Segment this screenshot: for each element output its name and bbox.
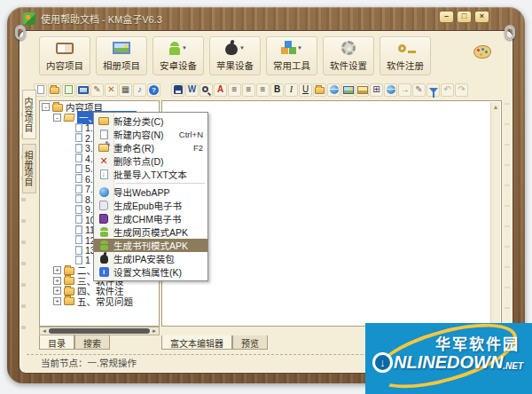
scroll-left-icon[interactable]: ◄ xyxy=(42,328,47,334)
menu-item[interactable]: 重命名(R)F2 xyxy=(94,141,207,154)
hyperlink-icon-shape xyxy=(330,85,339,94)
underline-icon[interactable]: U xyxy=(299,83,312,97)
redo-icon[interactable]: ↷ xyxy=(455,83,468,97)
save-icon[interactable] xyxy=(171,83,184,97)
collapse-icon[interactable]: - xyxy=(53,114,61,122)
menu-item[interactable]: 导出WebAPP xyxy=(94,185,207,199)
editor-tab-richtext[interactable]: 富文本编辑器 xyxy=(161,335,232,350)
menu-item[interactable]: 生成书刊模式APK xyxy=(94,239,207,252)
album-project-button[interactable]: 相册项目 xyxy=(96,36,147,75)
device-preview-icon[interactable] xyxy=(76,83,90,97)
tools-icon[interactable]: ✕ xyxy=(105,83,118,97)
tree-tab-directory[interactable]: 目录 xyxy=(39,335,74,350)
close-button[interactable]: × xyxy=(474,11,489,23)
collapse-icon[interactable]: - xyxy=(42,103,50,111)
filter-icon[interactable] xyxy=(426,83,440,97)
folder-icon xyxy=(64,297,74,305)
hyperlink-icon[interactable] xyxy=(327,83,340,97)
dropdown-arrow-icon[interactable]: ▼ xyxy=(182,45,187,51)
side-tab-album-project[interactable]: 相册项目 xyxy=(22,144,36,193)
page-icon xyxy=(75,205,82,214)
edit-page-icon[interactable]: ✎ xyxy=(412,83,426,97)
align-left-icon-glyph: ≡ xyxy=(232,85,238,94)
software-settings-button[interactable]: 软件设置 xyxy=(323,36,374,75)
scrollbar-thumb[interactable] xyxy=(49,328,150,334)
app-icon xyxy=(23,12,35,25)
menu-item[interactable]: 生成CHM电子书 xyxy=(94,212,207,225)
menu-item[interactable]: 删除节点(D) xyxy=(94,154,207,168)
menu-item[interactable]: 新建分类(C) xyxy=(94,114,207,128)
filter-icon-shape xyxy=(429,88,438,93)
menu-item[interactable]: 生成IPA安装包 xyxy=(94,252,207,265)
menu-item-label: 批量导入TXT文本 xyxy=(113,168,187,181)
qrcode-icon[interactable]: ▦ xyxy=(119,83,132,97)
sound-icon[interactable]: ♪ xyxy=(133,83,146,97)
align-right-icon-glyph: ≡ xyxy=(261,85,266,94)
export-icon[interactable]: → xyxy=(398,83,411,97)
menu-icon-gutter xyxy=(94,117,113,125)
edit-icon[interactable]: ✎ xyxy=(90,83,104,97)
maximize-button[interactable]: □ xyxy=(457,11,472,23)
tree-hscrollbar[interactable]: ◄ ► xyxy=(39,327,160,335)
menu-item[interactable]: 生成Epub电子书 xyxy=(94,199,207,212)
minimize-button[interactable]: – xyxy=(439,11,454,23)
tree-node[interactable]: +五、常见问题 xyxy=(40,296,159,307)
page-icon xyxy=(75,185,82,193)
menu-item[interactable]: 生成网页模式APK xyxy=(94,225,207,239)
tree-tab-search[interactable]: 搜索 xyxy=(74,335,110,350)
apple-device-button[interactable]: ▼苹果设备 xyxy=(209,36,261,75)
align-center-icon[interactable]: ≡ xyxy=(242,83,255,97)
expand-icon[interactable]: + xyxy=(53,287,61,295)
richtext-editor-area[interactable]: ▲ xyxy=(161,100,502,327)
dropdown-arrow-icon[interactable]: ▼ xyxy=(239,45,245,51)
menu-item-label: 生成Epub电子书 xyxy=(113,199,182,212)
skin-button[interactable] xyxy=(473,45,491,62)
scroll-up-icon[interactable]: ▲ xyxy=(491,102,500,112)
insert-file-icon[interactable] xyxy=(313,83,326,97)
content-project-button[interactable]: 内容项目 xyxy=(39,36,90,75)
delete-icon xyxy=(99,156,109,166)
toolbar-button-label: 内容项目 xyxy=(46,59,83,72)
insert-table-icon[interactable]: ⊞ xyxy=(370,83,383,97)
help-icon[interactable] xyxy=(147,83,160,97)
zoom-icon[interactable] xyxy=(200,83,213,97)
globe-icon xyxy=(99,187,109,197)
expand-icon[interactable]: + xyxy=(53,277,61,285)
web-publish-icon[interactable] xyxy=(384,83,397,97)
font-icon[interactable]: A xyxy=(214,83,227,97)
page-icon xyxy=(75,246,82,255)
menu-item[interactable]: 新建内容(N)Ctrl+N xyxy=(94,128,207,141)
align-left-icon[interactable]: ≡ xyxy=(228,83,241,97)
down-arrow-icon: ↓ xyxy=(372,352,393,373)
italic-icon[interactable]: I xyxy=(285,83,298,97)
editor-vscrollbar[interactable]: ▲ xyxy=(490,102,500,325)
bold-icon[interactable]: B xyxy=(270,83,284,97)
window-controls: – □ × xyxy=(439,11,489,23)
menu-item[interactable]: 批量导入TXT文本 xyxy=(94,168,207,181)
menu-shortcut: Ctrl+N xyxy=(179,130,203,139)
expand-icon[interactable]: + xyxy=(53,297,61,305)
common-tools-button[interactable]: ▼常用工具 xyxy=(266,36,317,75)
dropdown-arrow-icon[interactable]: ▼ xyxy=(297,45,302,51)
menu-item-label: 新建分类(C) xyxy=(113,114,164,128)
device-preview-icon-shape xyxy=(78,86,89,94)
software-register-button[interactable]: 软件注册 xyxy=(379,36,431,75)
menu-item[interactable]: 设置文档属性(K) xyxy=(94,265,207,279)
export-word-icon[interactable]: W xyxy=(185,83,199,97)
insert-image-icon[interactable] xyxy=(341,83,355,97)
export-icon-glyph: → xyxy=(401,85,410,94)
menu-item-label: 生成CHM电子书 xyxy=(113,212,181,225)
menu-icon-gutter xyxy=(94,144,113,152)
android-device-button[interactable]: ▼安卓设备 xyxy=(153,36,204,75)
editor-tab-preview[interactable]: 预览 xyxy=(232,335,268,350)
insert-picture-icon[interactable] xyxy=(356,83,369,97)
undo-icon[interactable]: ↶ xyxy=(441,83,454,97)
toolbar-button-label: 软件设置 xyxy=(330,59,367,72)
expand-icon[interactable]: + xyxy=(53,266,61,274)
scroll-right-icon[interactable]: ► xyxy=(152,328,157,334)
project-pages-icon[interactable] xyxy=(62,83,75,97)
open-folder-icon[interactable] xyxy=(48,83,61,97)
align-right-icon[interactable]: ≡ xyxy=(256,83,270,97)
side-tab-content-project[interactable]: 内容项目 xyxy=(22,90,36,139)
menu-icon-gutter xyxy=(94,267,113,277)
